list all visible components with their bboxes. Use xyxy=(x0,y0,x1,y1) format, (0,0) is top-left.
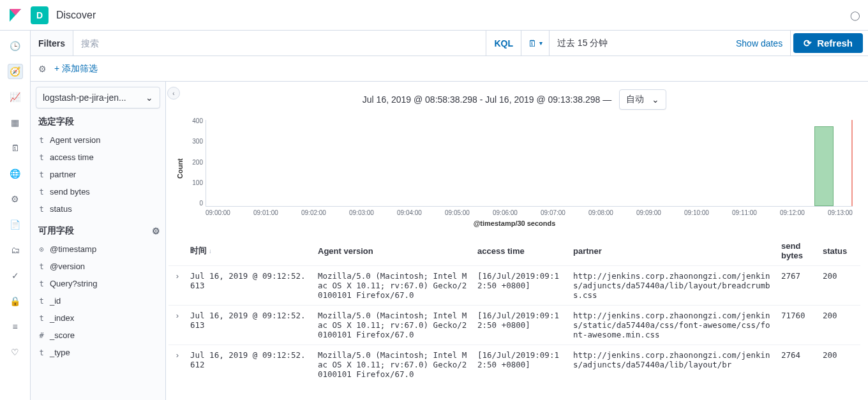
histogram-chart[interactable]: Count 4003002001000 09:00:0009:01:0009:0… xyxy=(166,117,863,219)
fields-sidebar: logstash-pe-jira-jen... ⌄ 选定字段 tAgent ve… xyxy=(31,82,166,400)
nav-dashboard-icon[interactable]: ▦ xyxy=(8,115,23,130)
chevron-down-icon: ⌄ xyxy=(652,94,659,105)
cell-agent: Mozilla/5.0 (Macintosh; Intel Mac OS X 1… xyxy=(314,306,474,345)
field-name: _id xyxy=(50,296,61,306)
app-badge: D xyxy=(31,6,49,24)
cell-time: Jul 16, 2019 @ 09:12:52.613 xyxy=(186,306,314,345)
calendar-icon[interactable]: 🗓 ▾ xyxy=(521,31,550,56)
field-type-icon: t xyxy=(38,348,45,357)
cell-bytes: 2764 xyxy=(777,345,819,385)
now-marker xyxy=(851,120,853,206)
nav-infra-icon[interactable]: 📄 xyxy=(8,217,23,232)
nav-monitoring-icon[interactable]: ♡ xyxy=(8,344,23,360)
kql-toggle[interactable]: KQL xyxy=(486,31,521,56)
field-name: @version xyxy=(50,262,85,271)
field-item[interactable]: #_score xyxy=(36,327,160,344)
chart-header: Jul 16, 2019 @ 08:58:38.298 - Jul 16, 20… xyxy=(166,82,863,117)
refresh-label: Refresh xyxy=(817,38,853,48)
nav-recent-icon[interactable]: 🕒 xyxy=(8,38,23,54)
column-header[interactable]: 时间 xyxy=(186,236,314,266)
cell-status: 200 xyxy=(819,306,860,345)
field-type-icon: t xyxy=(38,153,45,162)
nav-canvas-icon[interactable]: 🗓 xyxy=(8,140,23,156)
nav-maps-icon[interactable]: 🌐 xyxy=(8,166,23,181)
field-name: _score xyxy=(50,330,75,340)
refresh-icon: ⟳ xyxy=(804,38,812,49)
gear-icon[interactable]: ⚙ xyxy=(152,226,160,236)
field-item[interactable]: t@version xyxy=(36,258,160,275)
field-type-icon: t xyxy=(38,136,45,145)
nav-visualize-icon[interactable]: 📈 xyxy=(8,89,23,105)
column-header[interactable]: partner xyxy=(569,236,777,266)
available-fields-heading: 可用字段 ⚙ xyxy=(38,225,160,237)
field-name: @timestamp xyxy=(50,244,96,254)
expand-row-button[interactable]: › xyxy=(168,306,186,345)
search-input[interactable] xyxy=(73,31,486,56)
field-type-icon: # xyxy=(38,331,45,340)
kibana-logo-icon xyxy=(8,8,23,23)
cell-access: [16/Jul/2019:09:12:50 +0800] xyxy=(474,345,569,385)
field-type-icon: t xyxy=(38,297,45,306)
histogram-bar[interactable] xyxy=(814,126,834,206)
field-item[interactable]: t_id xyxy=(36,292,160,309)
nav-uptime-icon[interactable]: 🔒 xyxy=(8,293,23,309)
cell-access: [16/Jul/2019:09:12:50 +0800] xyxy=(474,306,569,345)
nav-apm-icon[interactable]: ✓ xyxy=(8,268,23,283)
nav-discover-icon[interactable]: 🧭 xyxy=(8,64,23,79)
column-header[interactable]: status xyxy=(819,236,860,266)
field-name: partner xyxy=(50,170,76,179)
table-row: ›Jul 16, 2019 @ 09:12:52.612Mozilla/5.0 … xyxy=(168,345,860,385)
filters-label[interactable]: Filters xyxy=(31,31,73,56)
field-item[interactable]: tsend bytes xyxy=(36,183,160,200)
field-item[interactable]: tAgent version xyxy=(36,131,160,149)
header-action-icon[interactable]: ◯ xyxy=(850,10,860,20)
interval-select[interactable]: 自动 ⌄ xyxy=(619,89,666,110)
cell-status: 200 xyxy=(819,345,860,385)
add-filter-link[interactable]: + 添加筛选 xyxy=(54,63,98,75)
index-pattern-select[interactable]: logstash-pe-jira-jen... ⌄ xyxy=(36,87,160,108)
cell-access: [16/Jul/2019:09:12:50 +0800] xyxy=(474,266,569,306)
nav-ml-icon[interactable]: ⚙ xyxy=(8,191,23,207)
date-picker[interactable]: 🗓 ▾ 过去 15 分钟 Show dates xyxy=(521,31,791,56)
selected-fields-heading: 选定字段 xyxy=(38,116,160,128)
refresh-button[interactable]: ⟳ Refresh xyxy=(793,33,863,53)
collapse-sidebar-button[interactable]: ‹ xyxy=(167,87,180,100)
nav-siem-icon[interactable]: ≡ xyxy=(8,319,23,334)
field-item[interactable]: tQuery?string xyxy=(36,275,160,292)
field-name: access time xyxy=(50,152,94,162)
cell-bytes: 2767 xyxy=(777,266,819,306)
cell-partner: http://jenkins.corp.zhaonongzi.com/jenki… xyxy=(569,266,777,306)
column-header[interactable]: Agent version xyxy=(314,236,474,266)
expand-row-button[interactable]: › xyxy=(168,345,186,385)
field-item[interactable]: tstatus xyxy=(36,200,160,218)
cell-agent: Mozilla/5.0 (Macintosh; Intel Mac OS X 1… xyxy=(314,345,474,385)
cell-status: 200 xyxy=(819,266,860,306)
column-header[interactable]: access time xyxy=(474,236,569,266)
y-axis-ticks: 4003002001000 xyxy=(184,117,203,207)
field-item[interactable]: t_type xyxy=(36,344,160,361)
filter-settings-icon[interactable]: ⚙ xyxy=(38,64,47,74)
chart-time-range: Jul 16, 2019 @ 08:58:38.298 - Jul 16, 20… xyxy=(363,94,611,105)
field-item[interactable]: tpartner xyxy=(36,166,160,183)
field-type-icon: t xyxy=(38,170,45,179)
x-axis-ticks: 09:00:0009:01:0009:02:0009:03:0009:04:00… xyxy=(206,209,853,219)
chevron-down-icon: ⌄ xyxy=(146,93,153,103)
field-name: Query?string xyxy=(50,279,97,288)
show-dates-link[interactable]: Show dates xyxy=(728,38,790,48)
cell-bytes: 71760 xyxy=(777,306,819,345)
index-pattern-label: logstash-pe-jira-jen... xyxy=(43,93,126,103)
field-type-icon: t xyxy=(38,279,45,288)
field-item[interactable]: t_index xyxy=(36,309,160,327)
field-type-icon: ⊙ xyxy=(38,245,45,254)
field-item[interactable]: taccess time xyxy=(36,149,160,166)
expand-row-button[interactable]: › xyxy=(168,266,186,306)
date-range-text: 过去 15 分钟 xyxy=(550,38,728,49)
nav-logs-icon[interactable]: 🗂 xyxy=(8,242,23,258)
query-bar: Filters KQL 🗓 ▾ 过去 15 分钟 Show dates ⟳ Re… xyxy=(31,31,868,56)
y-axis-label: Count xyxy=(176,117,184,219)
column-header[interactable]: send bytes xyxy=(777,236,819,266)
field-item[interactable]: ⊙@timestamp xyxy=(36,241,160,258)
field-type-icon: t xyxy=(38,314,45,323)
cell-partner: http://jenkins.corp.zhaonongzi.com/jenki… xyxy=(569,345,777,385)
cell-partner: http://jenkins.corp.zhaonongzi.com/jenki… xyxy=(569,306,777,345)
